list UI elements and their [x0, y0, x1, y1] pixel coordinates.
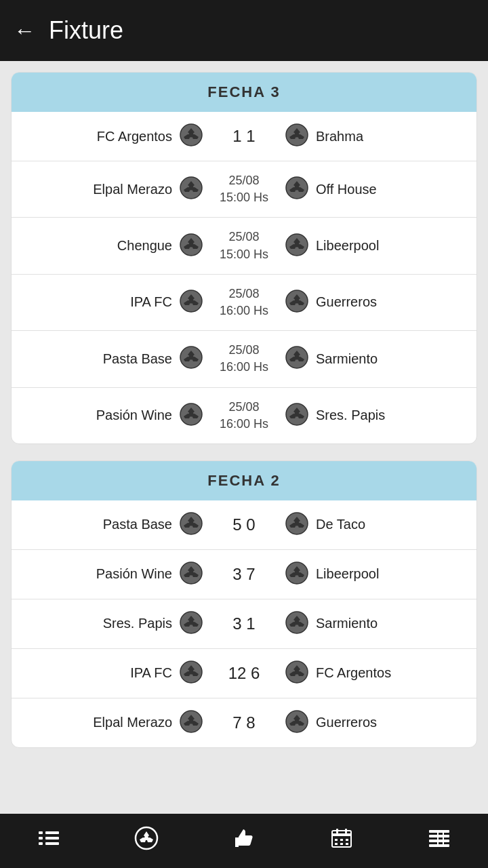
match-row[interactable]: Pasta Base 25/0816:00 Hs Sarmiento: [12, 331, 476, 387]
svg-rect-131: [429, 830, 449, 833]
score-display: 5 0: [232, 515, 255, 534]
away-team-name: Guerreros: [316, 294, 377, 310]
match-hour: 16:00 Hs: [220, 416, 268, 433]
svg-rect-130: [346, 843, 348, 845]
away-team-name: Sres. Papis: [316, 408, 385, 423]
match-row[interactable]: Sres. Papis 3 1 Sarmiento: [12, 599, 476, 649]
svg-point-69: [295, 521, 300, 526]
match-center: 25/0816:00 Hs: [203, 399, 285, 433]
svg-point-99: [295, 669, 300, 674]
svg-rect-114: [45, 837, 59, 840]
svg-rect-110: [39, 831, 43, 834]
score-display: 7 8: [232, 713, 255, 732]
list-icon: [37, 827, 60, 855]
team-left: Elpal Merazo: [25, 709, 203, 736]
match-hour: 15:00 Hs: [220, 189, 268, 206]
match-row[interactable]: IPA FC 12 6 FC Argentos: [12, 649, 476, 698]
svg-point-29: [295, 242, 300, 247]
home-team-ball-icon: [179, 660, 203, 687]
away-team-ball-icon: [285, 610, 309, 637]
team-left: Elpal Merazo: [25, 176, 203, 203]
svg-rect-132: [429, 835, 449, 837]
match-center: 3 1: [203, 614, 285, 633]
svg-rect-115: [45, 842, 59, 845]
match-center: 1 1: [203, 127, 285, 146]
score-display: 1 1: [232, 127, 255, 146]
home-team-ball-icon: [179, 709, 203, 736]
svg-rect-112: [39, 842, 43, 845]
svg-rect-124: [345, 829, 347, 833]
team-right: Libeerpool: [285, 233, 463, 260]
away-team-ball-icon: [285, 345, 309, 372]
team-right: Libeerpool: [285, 561, 463, 588]
match-row[interactable]: Elpal Merazo 25/0815:00 Hs Off House: [12, 161, 476, 218]
team-left: Sres. Papis: [25, 610, 203, 637]
home-team-ball-icon: [179, 561, 203, 588]
home-team-name: Chengue: [117, 238, 172, 254]
away-team-name: Brahma: [316, 129, 363, 144]
away-team-ball-icon: [285, 176, 309, 203]
nav-ball[interactable]: [98, 814, 195, 868]
team-right: Off House: [285, 176, 463, 203]
svg-rect-129: [340, 843, 343, 845]
match-date: 25/08: [228, 285, 259, 302]
fecha-header-fecha3: FECHA 3: [12, 73, 476, 112]
match-row[interactable]: Elpal Merazo 7 8 Guerreros: [12, 698, 476, 747]
match-center: 25/0816:00 Hs: [203, 342, 285, 376]
score-display: 12 6: [228, 664, 260, 683]
fecha-header-fecha2: FECHA 2: [12, 461, 476, 500]
home-team-name: Pasión Wine: [96, 566, 172, 582]
svg-rect-134: [429, 844, 449, 847]
home-team-ball-icon: [179, 176, 203, 203]
svg-point-84: [189, 620, 194, 625]
match-row[interactable]: IPA FC 25/0816:00 Hs Guerreros: [12, 275, 476, 331]
match-time: 25/0815:00 Hs: [220, 229, 268, 262]
home-team-ball-icon: [179, 233, 203, 260]
svg-point-89: [295, 620, 300, 625]
team-right: Sarmiento: [285, 610, 463, 637]
match-center: 25/0816:00 Hs: [203, 285, 285, 319]
svg-rect-123: [336, 829, 338, 833]
svg-point-49: [295, 355, 300, 360]
match-time: 25/0816:00 Hs: [220, 342, 268, 376]
match-row[interactable]: Pasión Wine 25/0816:00 Hs Sres. Papis: [12, 388, 476, 443]
svg-rect-136: [443, 830, 444, 847]
svg-point-19: [295, 186, 300, 191]
away-team-name: Sarmiento: [316, 616, 378, 631]
calendar-icon: [330, 827, 353, 855]
svg-point-109: [295, 719, 300, 724]
nav-calendar[interactable]: [293, 814, 390, 868]
match-time: 25/0816:00 Hs: [220, 285, 268, 319]
match-hour: 16:00 Hs: [220, 359, 268, 376]
match-time: 25/0816:00 Hs: [220, 399, 268, 433]
away-team-name: Sarmiento: [316, 351, 378, 367]
match-row[interactable]: FC Argentos 1 1 Brahma: [12, 112, 476, 161]
svg-point-44: [189, 355, 194, 360]
svg-rect-126: [340, 839, 343, 841]
svg-rect-135: [437, 830, 439, 847]
svg-rect-128: [335, 843, 338, 845]
home-team-name: Elpal Merazo: [93, 715, 172, 730]
match-row[interactable]: Chengue 25/0815:00 Hs Libeerpool: [12, 218, 476, 274]
svg-rect-113: [45, 831, 59, 834]
team-left: Pasta Base: [25, 345, 203, 372]
nav-thumbsup[interactable]: [195, 814, 293, 868]
match-date: 25/08: [228, 172, 259, 189]
svg-point-104: [189, 719, 194, 724]
svg-point-24: [189, 242, 194, 247]
nav-standings[interactable]: [390, 814, 488, 868]
team-left: Pasta Base: [25, 511, 203, 538]
match-center: 5 0: [203, 515, 285, 534]
fecha-card-fecha2: FECHA 2Pasta Base 5 0 De TacoPasión Wine…: [11, 460, 477, 748]
match-row[interactable]: Pasión Wine 3 7 Libeerpool: [12, 550, 476, 599]
nav-list[interactable]: [0, 814, 98, 868]
team-right: De Taco: [285, 511, 463, 538]
svg-point-9: [295, 133, 300, 138]
away-team-name: Off House: [316, 182, 377, 197]
home-team-name: FC Argentos: [97, 129, 172, 144]
away-team-ball-icon: [285, 233, 309, 260]
score-display: 3 1: [232, 614, 255, 633]
thumbsup-icon: [232, 827, 256, 855]
back-button[interactable]: ←: [14, 18, 35, 43]
match-row[interactable]: Pasta Base 5 0 De Taco: [12, 500, 476, 550]
